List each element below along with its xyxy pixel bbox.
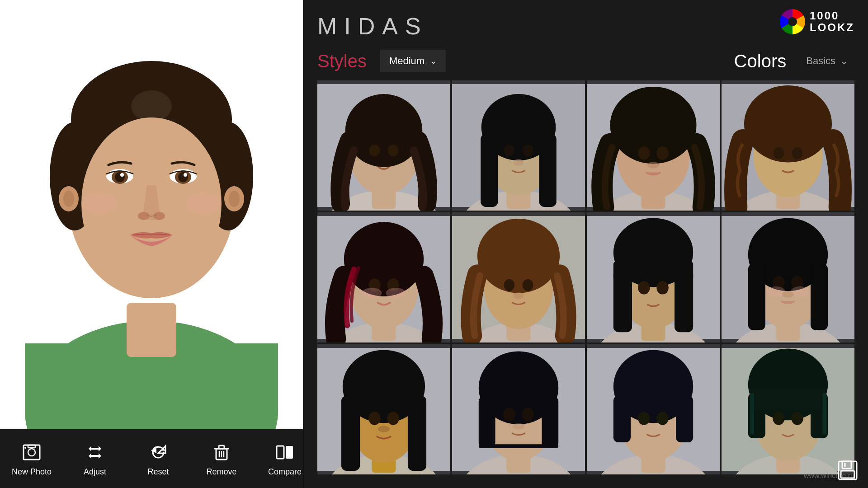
svg-rect-3 xyxy=(127,303,176,357)
svg-point-72 xyxy=(774,147,784,159)
logo-text: 1000 LOOKZ xyxy=(810,10,854,34)
svg-point-23 xyxy=(185,192,222,215)
svg-rect-131 xyxy=(479,444,558,448)
svg-rect-35 xyxy=(219,446,224,449)
save-icon xyxy=(836,459,859,482)
colors-dropdown[interactable]: Basics ⌄ xyxy=(800,50,854,72)
svg-point-81 xyxy=(362,288,382,299)
svg-point-143 xyxy=(638,412,650,425)
svg-rect-152 xyxy=(751,388,826,410)
reset-icon xyxy=(147,441,170,464)
logo-circle-inner xyxy=(788,17,797,26)
compare-button[interactable]: Compare xyxy=(267,441,303,477)
svg-rect-107 xyxy=(748,264,765,330)
styles-label: Styles xyxy=(317,51,367,71)
svg-rect-129 xyxy=(479,397,495,447)
svg-point-101 xyxy=(656,281,668,294)
svg-point-90 xyxy=(513,292,524,299)
styles-dropdown-value: Medium xyxy=(389,55,425,67)
svg-point-82 xyxy=(386,288,406,299)
svg-point-134 xyxy=(513,423,524,430)
svg-point-47 xyxy=(388,145,399,156)
svg-point-10 xyxy=(131,90,172,122)
hair-style-3[interactable] xyxy=(587,80,720,211)
svg-rect-142 xyxy=(616,389,691,410)
photo-area xyxy=(0,0,303,429)
styles-dropdown[interactable]: Medium ⌄ xyxy=(380,50,446,72)
svg-point-56 xyxy=(504,145,515,156)
new-photo-icon xyxy=(20,441,43,464)
svg-point-144 xyxy=(656,412,668,425)
svg-rect-53 xyxy=(481,134,498,207)
svg-rect-55 xyxy=(502,117,535,131)
svg-point-87 xyxy=(477,219,560,293)
hair-style-6[interactable] xyxy=(452,212,585,343)
hair-style-8[interactable] xyxy=(722,212,854,343)
adjust-icon xyxy=(84,441,106,464)
remove-label: Remove xyxy=(206,467,236,477)
hair-style-11[interactable] xyxy=(587,344,720,474)
svg-point-58 xyxy=(513,159,524,166)
svg-rect-130 xyxy=(542,397,558,447)
toolbar: New Photo Adjust xyxy=(0,429,303,488)
svg-point-27 xyxy=(229,191,240,207)
hair-style-10[interactable] xyxy=(452,344,585,474)
hair-style-1[interactable] xyxy=(317,80,450,211)
svg-rect-119 xyxy=(341,396,360,471)
colors-label: Colors xyxy=(734,51,787,71)
svg-point-63 xyxy=(610,87,696,164)
svg-point-132 xyxy=(503,408,515,421)
svg-point-45 xyxy=(345,94,423,167)
logo-1000: 1000 xyxy=(810,10,854,22)
svg-point-46 xyxy=(369,145,380,156)
reset-button[interactable]: Reset xyxy=(140,441,176,477)
svg-point-123 xyxy=(378,426,390,432)
svg-point-89 xyxy=(523,279,533,291)
svg-point-29 xyxy=(28,449,35,456)
svg-point-22 xyxy=(81,192,118,215)
hair-style-7[interactable] xyxy=(587,212,720,343)
svg-rect-40 xyxy=(286,446,293,459)
svg-point-78 xyxy=(344,222,424,296)
svg-point-71 xyxy=(744,85,832,163)
hair-style-4[interactable] xyxy=(722,80,854,211)
remove-button[interactable]: Remove xyxy=(203,441,240,477)
svg-rect-99 xyxy=(616,259,691,282)
adjust-button[interactable]: Adjust xyxy=(77,441,113,477)
controls-row: Styles Medium ⌄ Colors Basics ⌄ xyxy=(317,50,854,72)
svg-point-26 xyxy=(63,191,74,207)
svg-rect-157 xyxy=(841,471,854,478)
svg-point-122 xyxy=(387,412,399,425)
hair-grid xyxy=(317,80,854,474)
main-photo xyxy=(0,0,303,429)
svg-point-73 xyxy=(792,147,803,159)
svg-point-65 xyxy=(656,146,668,160)
hair-style-5[interactable] xyxy=(317,212,450,343)
save-icon-area[interactable] xyxy=(836,459,859,483)
svg-rect-54 xyxy=(539,134,557,207)
svg-rect-108 xyxy=(811,264,828,330)
svg-rect-39 xyxy=(277,446,284,459)
svg-point-153 xyxy=(773,412,784,425)
left-panel: New Photo Adjust xyxy=(0,0,303,488)
styles-chevron-icon: ⌄ xyxy=(430,56,437,66)
svg-point-133 xyxy=(522,408,533,421)
compare-label: Compare xyxy=(268,467,302,477)
svg-point-100 xyxy=(638,281,650,294)
svg-point-31 xyxy=(24,447,26,449)
svg-point-19 xyxy=(184,173,187,177)
hair-style-2[interactable] xyxy=(452,80,585,211)
logo-circle-icon xyxy=(780,9,805,34)
svg-point-113 xyxy=(782,291,794,298)
hair-style-12[interactable] xyxy=(722,344,854,474)
svg-point-64 xyxy=(638,146,650,160)
logo-lookz: LOOKZ xyxy=(810,22,854,33)
colors-dropdown-value: Basics xyxy=(806,55,835,67)
svg-rect-30 xyxy=(28,445,35,448)
new-photo-label: New Photo xyxy=(12,467,52,477)
svg-rect-156 xyxy=(842,461,851,469)
right-panel: 1000 LOOKZ MIDAS Styles Medium ⌄ Colors … xyxy=(304,0,868,488)
adjust-label: Adjust xyxy=(84,467,106,477)
hair-style-9[interactable] xyxy=(317,344,450,474)
new-photo-button[interactable]: New Photo xyxy=(14,441,50,477)
